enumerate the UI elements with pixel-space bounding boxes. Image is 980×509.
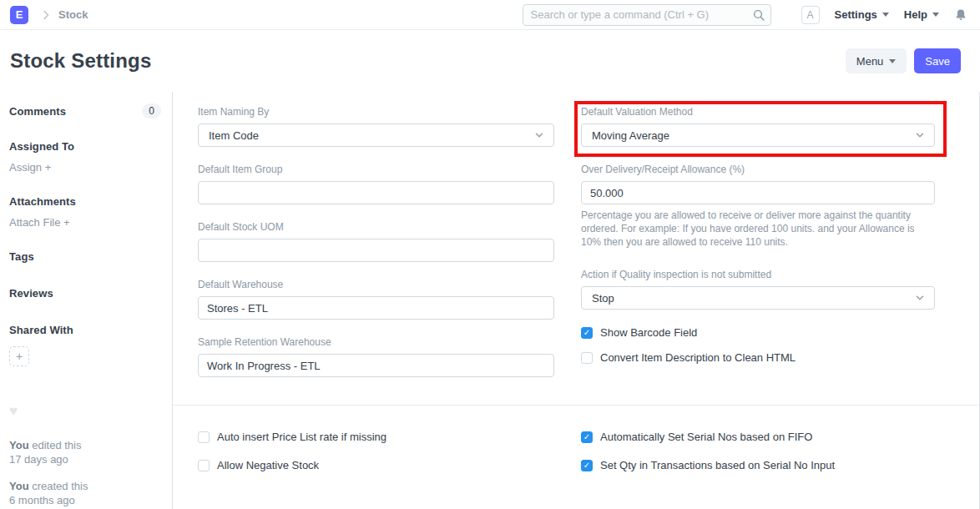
form-area: Item Naming By Item Code Default Item Gr… [172, 92, 980, 509]
global-search [523, 4, 771, 26]
settings-menu[interactable]: Settings [835, 8, 889, 21]
allow-negative-stock-row: Allow Negative Stock [198, 459, 554, 471]
show-barcode-checkbox[interactable] [581, 327, 593, 339]
select-value: Moving Average [592, 129, 669, 142]
edited-action: edited this [29, 439, 82, 451]
form-sidebar: Comments 0 Assigned To Assign + Attachme… [0, 92, 173, 509]
field-default-valuation-method: Default Valuation Method Moving Average [581, 106, 935, 147]
default-stock-uom-input[interactable] [198, 239, 554, 262]
select-value: Stop [592, 292, 614, 305]
field-label: Over Delivery/Receipt Allowance (%) [581, 164, 935, 175]
field-quality-inspection-action: Action if Quality inspection is not subm… [581, 269, 935, 310]
checkbox-label: Automatically Set Serial Nos based on FI… [600, 431, 812, 443]
edited-when: 17 days ago [9, 453, 68, 466]
convert-item-description-row: Convert Item Description to Clean HTML [581, 351, 935, 364]
sample-retention-warehouse-input[interactable] [198, 354, 554, 377]
help-label: Help [904, 8, 927, 21]
add-share-button[interactable]: + [9, 346, 29, 366]
item-naming-by-select[interactable]: Item Code [198, 123, 554, 147]
checkbox-label: Convert Item Description to Clean HTML [600, 351, 796, 364]
checkbox-label: Set Qty in Transactions based on Serial … [600, 459, 835, 471]
chevron-right-icon [40, 9, 52, 21]
field-default-stock-uom: Default Stock UOM [198, 221, 554, 262]
menu-button-label: Menu [856, 55, 884, 68]
field-label: Default Warehouse [198, 279, 554, 290]
form-column-left: Item Naming By Item Code Default Item Gr… [198, 106, 554, 405]
search-icon [752, 8, 765, 25]
show-barcode-field-row: Show Barcode Field [581, 326, 935, 339]
user-avatar[interactable]: A [801, 6, 820, 24]
qty-serial-input-checkbox[interactable] [581, 460, 593, 471]
attachments-label: Attachments [9, 195, 161, 208]
auto-insert-price-checkbox[interactable] [198, 431, 210, 443]
field-label: Default Valuation Method [581, 106, 935, 118]
chevron-down-icon [914, 129, 926, 141]
chevron-down-icon [533, 129, 545, 141]
attach-file-button[interactable]: Attach File + [9, 216, 161, 229]
field-sample-retention-warehouse: Sample Retention Warehouse [198, 336, 554, 377]
checkbox-label: Show Barcode Field [600, 326, 697, 339]
content-layout: Comments 0 Assigned To Assign + Attachme… [0, 92, 980, 509]
qty-serial-input-row: Set Qty in Transactions based on Serial … [581, 459, 935, 471]
chevron-down-icon [882, 13, 889, 17]
search-input[interactable] [523, 4, 771, 26]
field-default-item-group: Default Item Group [198, 164, 554, 204]
auto-serial-fifo-row: Automatically Set Serial Nos based on FI… [581, 431, 935, 443]
checkbox-label: Auto insert Price List rate if missing [217, 431, 386, 443]
auto-insert-price-row: Auto insert Price List rate if missing [198, 431, 554, 443]
field-label: Sample Retention Warehouse [198, 336, 554, 348]
allow-negative-stock-checkbox[interactable] [198, 460, 210, 471]
field-label: Item Naming By [198, 106, 554, 118]
assigned-to-label: Assigned To [9, 140, 161, 153]
form-column-left: Auto insert Price List rate if missing A… [198, 426, 554, 498]
comments-section[interactable]: Comments 0 [9, 103, 161, 118]
select-value: Item Code [209, 129, 259, 142]
quality-inspection-action-select[interactable]: Stop [581, 286, 935, 310]
field-default-warehouse: Default Warehouse [198, 279, 554, 320]
comments-count-badge: 0 [142, 103, 161, 118]
created-meta: You created this 6 months ago [9, 479, 161, 507]
page-title: Stock Settings [10, 49, 152, 73]
shared-with-label: Shared With [9, 324, 161, 336]
navbar: E Stock A Settings Help [0, 0, 980, 30]
head-actions: Menu Save [846, 48, 961, 73]
notifications-bell-icon[interactable] [954, 8, 967, 22]
created-action: created this [29, 480, 88, 492]
help-menu[interactable]: Help [904, 8, 939, 21]
menu-button[interactable]: Menu [846, 48, 907, 73]
checkbox-label: Allow Negative Stock [217, 459, 319, 471]
save-button[interactable]: Save [914, 48, 961, 73]
app-logo[interactable]: E [10, 6, 28, 24]
default-valuation-method-select[interactable]: Moving Average [581, 123, 935, 147]
chevron-down-icon [932, 13, 939, 17]
reviews-label: Reviews [9, 287, 161, 300]
nav-right-group: A Settings Help [801, 6, 967, 24]
settings-label: Settings [835, 8, 877, 21]
form-section-main: Item Naming By Item Code Default Item Gr… [173, 92, 979, 405]
field-over-delivery-allowance: Over Delivery/Receipt Allowance (%) Perc… [581, 164, 935, 249]
created-who: You [9, 480, 29, 492]
over-delivery-allowance-input[interactable] [581, 181, 935, 204]
assign-button[interactable]: Assign + [9, 161, 161, 174]
form-column-right: Automatically Set Serial Nos based on FI… [581, 426, 935, 498]
over-delivery-help-text: Percentage you are allowed to receive or… [581, 209, 930, 249]
field-item-naming-by: Item Naming By Item Code [198, 106, 554, 147]
like-heart-icon[interactable]: ♥ [9, 403, 161, 420]
form-section-bottom: Auto insert Price List rate if missing A… [173, 405, 979, 498]
breadcrumb[interactable]: Stock [58, 8, 88, 21]
auto-serial-fifo-checkbox[interactable] [581, 431, 593, 443]
field-label: Action if Quality inspection is not subm… [581, 269, 935, 280]
default-item-group-input[interactable] [198, 181, 554, 204]
convert-item-description-checkbox[interactable] [581, 352, 593, 364]
field-label: Default Stock UOM [198, 221, 554, 233]
field-label: Default Item Group [198, 164, 554, 175]
edited-who: You [9, 439, 29, 451]
tags-label: Tags [9, 250, 161, 263]
default-warehouse-input[interactable] [198, 296, 554, 320]
chevron-down-icon [889, 59, 896, 63]
edited-meta: You edited this 17 days ago [9, 438, 161, 466]
page-head: Stock Settings Menu Save [0, 30, 980, 92]
chevron-down-icon [914, 292, 926, 304]
form-column-right: Default Valuation Method Moving Average … [581, 106, 935, 405]
created-when: 6 months ago [9, 494, 75, 506]
